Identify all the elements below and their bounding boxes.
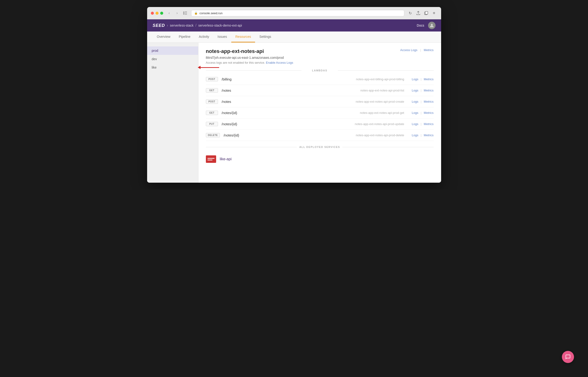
access-logs-notice: Access logs are not enabled for this ser… [206, 61, 293, 64]
service-header-right: Access Logs | Metrics [400, 48, 434, 52]
tab-issues[interactable]: Issues [213, 32, 231, 42]
breadcrumb-sep-2: / [195, 23, 196, 27]
logs-link-2[interactable]: Logs [412, 100, 418, 103]
breadcrumb-app[interactable]: serverless-stack [170, 24, 193, 27]
method-badge-4: PUT [206, 122, 218, 126]
url-text: console.seed.run [200, 12, 223, 15]
new-tab-button[interactable]: + [431, 10, 437, 16]
method-badge-1: GET [206, 88, 218, 93]
svg-rect-1 [185, 12, 187, 12]
logs-link-3[interactable]: Logs [412, 111, 418, 115]
share-button[interactable] [415, 10, 421, 16]
logs-link-4[interactable]: Logs [412, 122, 418, 126]
lambda-name-3: notes-app-ext-notes-api-prod-get [285, 111, 404, 115]
method-badge-0: POST [206, 77, 218, 82]
logs-link-0[interactable]: Logs [412, 77, 418, 81]
close-button[interactable] [151, 12, 154, 15]
lambda-actions-3: Logs | Metrics [408, 111, 434, 115]
table-row: PUT /notes/{id} notes-app-ext-notes-api-… [206, 118, 434, 130]
svg-point-6 [431, 24, 433, 26]
enable-access-logs-link[interactable]: Enable Access Logs [266, 61, 293, 64]
back-button[interactable]: ‹ [166, 10, 172, 16]
sidebar: prod dev like [147, 43, 198, 183]
service-icon [206, 155, 216, 163]
lambda-actions-0: Logs | Metrics [408, 77, 434, 81]
sidebar-item-prod[interactable]: prod [147, 47, 198, 55]
resources-panel: notes-app-ext-notes-api 8itrsl7jxh.execu… [198, 43, 441, 183]
main-content: prod dev like notes-app-ext-notes-api 8i [147, 43, 441, 183]
lambdas-section-divider: LAMBDAS [206, 69, 434, 72]
lambda-path-5: /notes/{id} [224, 133, 283, 137]
metrics-link-4[interactable]: Metrics [424, 122, 434, 126]
browser-titlebar: ‹ › 🔒 console.seed.run ↻ [147, 7, 441, 19]
logs-link-5[interactable]: Logs [412, 133, 418, 137]
service-title: notes-app-ext-notes-api [206, 48, 293, 54]
service-url: 8itrsl7jxh.execute-api.us-east-1.amazona… [206, 56, 293, 59]
lambda-name-0: notes-app-ext-billing-api-prod-billing [285, 77, 404, 81]
lambda-actions-4: Logs | Metrics [408, 122, 434, 126]
metrics-link-0[interactable]: Metrics [424, 77, 434, 81]
nav-tabs: Overview Pipeline Activity Issues Resour… [147, 32, 441, 43]
minimize-button[interactable] [156, 12, 158, 15]
traffic-lights [151, 12, 163, 15]
browser-nav: ‹ › [166, 10, 188, 16]
method-badge-3: GET [206, 111, 218, 115]
metrics-link-1[interactable]: Metrics [424, 89, 434, 92]
header-left: SEED › serverless-stack / serverless-sta… [153, 23, 242, 28]
docs-link[interactable]: Docs [417, 24, 424, 27]
logs-link-1[interactable]: Logs [412, 89, 418, 92]
tab-activity[interactable]: Activity [195, 32, 213, 42]
address-bar[interactable]: 🔒 console.seed.run [191, 10, 404, 16]
tab-settings[interactable]: Settings [255, 32, 275, 42]
table-row: GET /notes/{id} notes-app-ext-notes-api-… [206, 107, 434, 118]
separator: | [420, 48, 421, 52]
forward-button[interactable]: › [174, 10, 181, 16]
lambda-path-1: /notes [222, 88, 282, 92]
access-logs-link[interactable]: Access Logs [400, 48, 418, 52]
duplicate-tab-button[interactable] [423, 10, 430, 16]
table-row: POST /notes notes-app-ext-notes-api-prod… [206, 96, 434, 107]
service-info: notes-app-ext-notes-api 8itrsl7jxh.execu… [206, 48, 293, 64]
method-badge-5: DELETE [206, 133, 220, 137]
seed-logo[interactable]: SEED [153, 23, 165, 28]
lambda-name-5: notes-app-ext-notes-api-prod-delete [286, 133, 404, 137]
deployed-section-divider: ALL DEPLOYED SERVICES [206, 146, 434, 148]
breadcrumb-sep-1: › [167, 23, 168, 27]
sidebar-toggle-button[interactable] [182, 10, 188, 16]
tab-resources[interactable]: Resources [231, 32, 255, 42]
tab-pipeline[interactable]: Pipeline [175, 32, 195, 42]
lambda-path-0: /billing [222, 77, 282, 81]
lambda-actions-1: Logs | Metrics [408, 89, 434, 92]
avatar[interactable] [428, 22, 436, 29]
tab-overview[interactable]: Overview [153, 32, 175, 42]
metrics-link-2[interactable]: Metrics [424, 100, 434, 103]
like-service-name[interactable]: like-api [220, 157, 232, 161]
fullscreen-button[interactable] [160, 12, 163, 15]
lambda-path-3: /notes/{id} [222, 111, 282, 115]
svg-rect-0 [183, 12, 184, 15]
svg-rect-2 [185, 13, 187, 13]
svg-rect-5 [425, 12, 428, 14]
lambda-actions-5: Logs | Metrics [408, 133, 434, 137]
lambda-path-4: /notes/{id} [222, 122, 282, 126]
lock-icon: 🔒 [194, 12, 198, 15]
metrics-link-3[interactable]: Metrics [424, 111, 434, 115]
list-item[interactable]: like-api [206, 152, 434, 166]
lambda-path-2: /notes [222, 100, 282, 104]
metrics-link-5[interactable]: Metrics [424, 133, 434, 137]
table-row: POST /billing notes-app-ext-billing-api-… [206, 74, 434, 85]
app-header: SEED › serverless-stack / serverless-sta… [147, 19, 441, 32]
method-badge-2: POST [206, 99, 218, 104]
browser-actions: ↻ + [407, 10, 437, 16]
breadcrumb-service[interactable]: serverless-stack-demo-ext-api [198, 24, 242, 27]
reload-button[interactable]: ↻ [407, 10, 414, 16]
sidebar-item-dev[interactable]: dev [147, 55, 198, 63]
lambda-actions-2: Logs | Metrics [408, 100, 434, 103]
metrics-link[interactable]: Metrics [424, 48, 434, 52]
header-right: Docs [417, 22, 436, 29]
table-row: GET /notes notes-app-ext-notes-api-prod-… [206, 85, 434, 96]
lambda-name-1: notes-app-ext-notes-api-prod-list [285, 89, 404, 92]
sidebar-item-like[interactable]: like [147, 63, 198, 72]
service-header: notes-app-ext-notes-api 8itrsl7jxh.execu… [206, 48, 434, 64]
lambda-name-4: notes-app-ext-notes-api-prod-update [285, 122, 404, 126]
